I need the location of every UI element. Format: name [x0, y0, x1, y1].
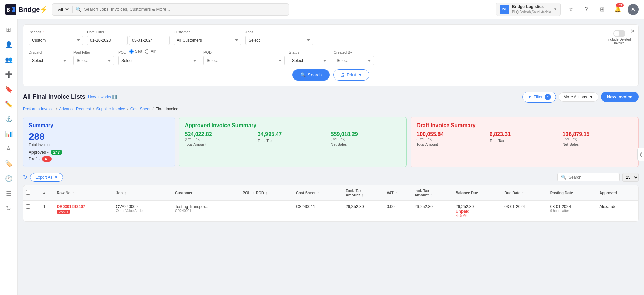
main-content: ✕ Periods * Custom Date Filter *	[18, 19, 644, 295]
created-by-select[interactable]: Select	[334, 56, 374, 65]
help-icon-btn[interactable]: ?	[581, 4, 592, 15]
col-num: #	[41, 185, 54, 201]
created-by-label: Created By	[334, 50, 374, 54]
pol-select[interactable]: Select	[118, 56, 199, 65]
sidebar-item-anchor[interactable]: ⚓	[2, 112, 16, 126]
dispatch-label: Dispatch	[29, 50, 69, 54]
star-icon-btn[interactable]: ☆	[565, 4, 576, 15]
filter-group-periods: Periods * Custom	[29, 30, 83, 45]
collapse-panel-btn[interactable]: ❮	[637, 148, 644, 161]
approved-badge-row: Approved - 247	[29, 150, 169, 155]
date-from-input[interactable]	[87, 36, 128, 45]
pol-air-radio[interactable]: Air	[145, 49, 156, 54]
search-btn-icon: 🔍	[300, 72, 306, 77]
unpaid-status: Unpaid	[456, 209, 499, 214]
filter-count-badge: 4	[545, 94, 551, 100]
dispatch-select[interactable]: Select	[29, 56, 69, 65]
user-avatar[interactable]: A	[628, 4, 639, 15]
grid-icon-btn[interactable]: ⊞	[597, 4, 607, 15]
approved-tax: 34,995.47 Total Tax	[258, 131, 328, 146]
search-category-select[interactable]: All	[57, 6, 70, 12]
filter-group-pod: POD Select	[203, 50, 285, 65]
filter-group-date: Date Filter *	[87, 30, 170, 45]
new-invoice-button[interactable]: New Invoice	[601, 92, 639, 102]
sidebar-item-edit[interactable]: ✏️	[2, 97, 16, 111]
more-actions-button[interactable]: More Actions ▼	[559, 92, 598, 102]
filter-group-status: Status Select	[289, 50, 329, 65]
draft-tax-lbl: Total Tax	[490, 139, 560, 143]
paid-filter-select[interactable]: Select	[73, 56, 114, 65]
customer-select[interactable]: All Customers	[174, 36, 241, 45]
approved-net-val: 559,018.29	[331, 131, 401, 137]
sidebar-item-clock[interactable]: 🕐	[2, 172, 16, 185]
summary-badges: Approved - 247 Draft - 41	[29, 150, 169, 162]
export-button[interactable]: Export As ▼	[30, 173, 63, 182]
filter-close-btn[interactable]: ✕	[630, 28, 635, 35]
row-customer-name: Testing Transpor...	[175, 204, 237, 209]
info-icon: ℹ️	[112, 95, 117, 99]
col-checkbox	[23, 185, 41, 201]
sidebar-item-grid[interactable]: ⊞	[2, 23, 16, 37]
nav-link-advance[interactable]: Advance Request	[59, 107, 91, 111]
sidebar-item-layers[interactable]: ☰	[2, 187, 16, 200]
pol-sea-radio[interactable]: Sea	[129, 49, 142, 54]
draft-amount-sub: (Excl. Tax)	[416, 137, 487, 141]
nav-link-proforma[interactable]: Proforma Invoice	[23, 107, 54, 111]
page-title-area: All Final Invoice Lists How it works ℹ️	[23, 93, 117, 100]
filter-group-pol: POL Sea Air Select	[118, 49, 199, 65]
rows-per-page-select[interactable]: 25	[622, 173, 639, 182]
search-bar: All 🔍	[52, 3, 289, 16]
jobs-select[interactable]: Select	[245, 36, 313, 45]
row-job-no: OVA240009	[116, 204, 170, 209]
sidebar-item-person-add[interactable]: ➕	[2, 68, 16, 81]
org-logo: BL	[500, 5, 509, 14]
sidebar-item-font[interactable]: A	[2, 142, 16, 156]
approved-amount-val: 524,022.82	[185, 131, 255, 137]
row-vat-cell: 0.00	[384, 201, 412, 221]
more-actions-chevron-icon: ▼	[589, 95, 593, 99]
pod-select[interactable]: Select	[203, 56, 285, 65]
filter-group-dispatch: Dispatch Select	[29, 50, 69, 65]
select-all-checkbox[interactable]	[26, 190, 30, 195]
nav-links: Proforma Invoice / Advance Request / Sup…	[23, 107, 639, 111]
draft-net-val: 106,879.15	[562, 131, 633, 137]
pol-label: POL Sea Air	[118, 49, 199, 54]
row-excl-tax-cell: 26,252.80	[343, 201, 384, 221]
nav-link-costsheet[interactable]: Cost Sheet	[130, 107, 150, 111]
sidebar-item-chart[interactable]: 📊	[2, 127, 16, 141]
sidebar-item-bookmark[interactable]: 🔖	[2, 83, 16, 96]
search-input[interactable]	[84, 7, 285, 12]
summary-grid: Summary 288 Total Invoices Approved - 24…	[23, 117, 639, 167]
sidebar-item-person[interactable]: 👤	[2, 38, 16, 51]
how-it-works-link[interactable]: How it works ℹ️	[88, 95, 117, 99]
print-btn-icon: 🖨	[340, 72, 345, 77]
sidebar-item-tag[interactable]: 🏷️	[2, 157, 16, 171]
search-button[interactable]: 🔍 Search	[292, 69, 330, 81]
nav-link-supplier[interactable]: Supplier Invoice	[96, 107, 125, 111]
table-search-input[interactable]	[568, 175, 616, 180]
refresh-button[interactable]: ↻	[23, 174, 27, 180]
col-incl-tax: Incl. TaxAmount ↕	[412, 185, 453, 201]
notification-btn[interactable]: 🔔 171	[612, 4, 623, 15]
sidebar-item-refresh[interactable]: ↻	[2, 202, 16, 215]
org-sub: BLQ Jeddah,Saudi Arabia	[512, 10, 551, 14]
draft-amount-val: 100,055.84	[416, 131, 487, 137]
status-select[interactable]: Select	[289, 56, 329, 65]
jobs-label: Jobs	[245, 30, 313, 34]
approved-amount-sub: (Excl. Tax)	[185, 137, 255, 141]
include-deleted-toggle[interactable]	[613, 30, 625, 37]
filter-button[interactable]: ▼ Filter 4	[522, 92, 556, 103]
summary-card: Summary 288 Total Invoices Approved - 24…	[23, 117, 175, 167]
row-id-link[interactable]: DR0301242407	[57, 204, 110, 209]
summary-title: Summary	[29, 122, 169, 129]
org-selector[interactable]: BL Bridge Logistics BLQ Jeddah,Saudi Ara…	[496, 3, 561, 16]
periods-select[interactable]: Custom	[29, 36, 83, 45]
row-checkbox-cell	[23, 201, 41, 221]
print-button[interactable]: 🖨 Print ▼	[333, 69, 369, 81]
sidebar-item-group[interactable]: 👥	[2, 53, 16, 66]
approved-text: Approved -	[29, 150, 49, 155]
row-checkbox[interactable]	[26, 204, 30, 209]
date-to-input[interactable]	[129, 36, 170, 45]
col-balance-due: Balance Due	[453, 185, 502, 201]
table-search-icon: 🔍	[561, 175, 566, 180]
